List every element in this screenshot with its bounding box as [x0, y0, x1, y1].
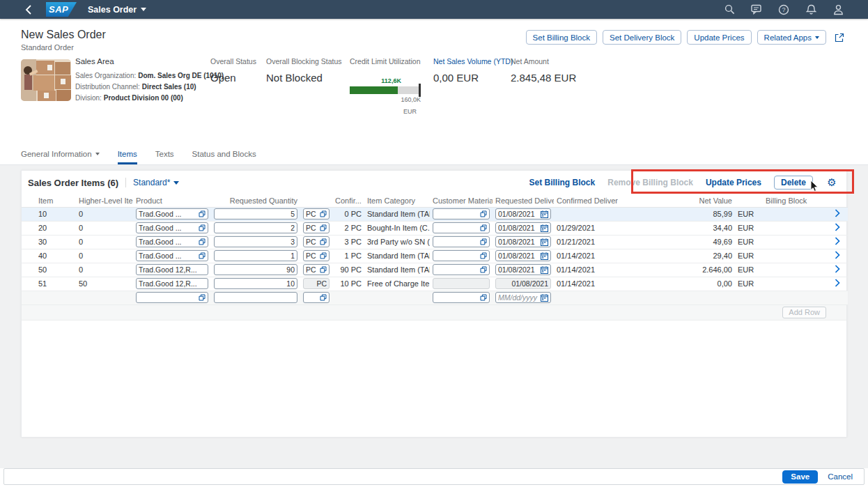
customer-material-input[interactable] — [433, 208, 490, 219]
value-help-icon[interactable] — [199, 224, 206, 231]
value-help-icon[interactable] — [480, 210, 487, 217]
row-navigation-icon[interactable] — [835, 251, 840, 259]
notifications-icon[interactable] — [805, 3, 817, 16]
related-apps-button[interactable]: Related Apps — [757, 30, 826, 45]
search-icon[interactable] — [723, 3, 736, 16]
add-row-button[interactable]: Add Row — [782, 307, 826, 318]
requested-delivery-input[interactable]: 01/08/2021 — [495, 236, 551, 247]
value-help-icon[interactable] — [480, 252, 487, 259]
new-product-input[interactable] — [136, 292, 208, 303]
product-input[interactable]: Trad.Good ... — [136, 236, 208, 247]
value-help-icon[interactable] — [199, 252, 206, 259]
value-help-icon[interactable] — [480, 266, 487, 273]
save-button[interactable]: Save — [782, 470, 818, 484]
product-input[interactable]: Trad.Good ... — [136, 208, 208, 219]
unit-input[interactable]: PC — [303, 208, 330, 219]
value-help-icon[interactable] — [320, 266, 327, 273]
value-help-icon[interactable] — [199, 210, 206, 217]
feedback-icon[interactable] — [750, 3, 763, 16]
row-navigation-icon[interactable] — [835, 223, 840, 231]
net-sales-volume-link[interactable]: Net Sales Volume (YTD) — [433, 57, 513, 65]
set-billing-block-action[interactable]: Set Billing Block — [529, 178, 596, 187]
row-navigation[interactable] — [827, 235, 848, 249]
gear-icon[interactable]: ⚙ — [826, 176, 838, 189]
new-unit-input[interactable] — [303, 292, 330, 303]
help-icon[interactable]: ? — [777, 3, 790, 16]
item-row-10[interactable]: 100Trad.Good ...5PC0 PCStandard Item (TA… — [22, 207, 848, 221]
variant-selector[interactable]: Standard* — [125, 178, 179, 187]
customer-material-input[interactable] — [433, 264, 490, 275]
value-help-icon[interactable] — [320, 238, 327, 245]
requested-quantity-input[interactable]: 10 — [214, 278, 297, 289]
value-help-icon[interactable] — [320, 252, 327, 259]
requested-quantity-input[interactable]: 5 — [214, 208, 297, 219]
row-navigation[interactable] — [827, 263, 848, 277]
customer-material-input[interactable] — [433, 222, 490, 233]
calendar-icon[interactable] — [541, 252, 548, 260]
calendar-icon[interactable] — [541, 294, 548, 302]
value-help-icon[interactable] — [480, 224, 487, 231]
value-help-icon[interactable] — [320, 224, 327, 231]
delete-action[interactable]: Delete — [774, 176, 813, 190]
item-row-51[interactable]: 5150Trad.Good 12,R...10PC10 PCFree of Ch… — [22, 277, 848, 291]
item-row-30[interactable]: 300Trad.Good ...3PC3 PC3rd Party w/o SN … — [22, 235, 848, 249]
tab-status-and-blocks[interactable]: Status and Blocks — [192, 150, 256, 164]
requested-quantity-input[interactable]: 2 — [214, 222, 297, 233]
column-header-confirmed_delivery: Confirmed Deliver... — [554, 194, 618, 207]
open-in-new-icon[interactable] — [832, 30, 847, 45]
requested-quantity-input[interactable]: 90 — [214, 264, 297, 275]
app-title-menu[interactable]: Sales Order — [88, 5, 146, 15]
tab-texts[interactable]: Texts — [155, 150, 174, 164]
product-input[interactable]: Trad.Good ... — [136, 250, 208, 261]
row-navigation[interactable] — [827, 249, 848, 263]
calendar-icon[interactable] — [541, 224, 548, 232]
new-requested-quantity-input[interactable] — [214, 292, 297, 303]
row-navigation[interactable] — [827, 221, 848, 235]
item-row-40[interactable]: 400Trad.Good ...1PC1 PCStandard Item (TA… — [22, 249, 848, 263]
new-customer-material-input[interactable] — [433, 292, 490, 303]
value-help-icon[interactable] — [320, 210, 327, 217]
row-navigation-icon[interactable] — [835, 237, 840, 245]
unit-input[interactable]: PC — [303, 250, 330, 261]
customer-material-input[interactable] — [433, 236, 490, 247]
calendar-icon[interactable] — [541, 210, 548, 218]
value-help-icon[interactable] — [320, 294, 327, 301]
set-billing-block-button[interactable]: Set Billing Block — [526, 30, 597, 45]
cancel-button[interactable]: Cancel — [828, 472, 853, 481]
calendar-icon[interactable] — [541, 238, 548, 246]
row-navigation-icon[interactable] — [835, 265, 840, 273]
update-prices-button[interactable]: Update Prices — [687, 30, 751, 45]
tab-general-information[interactable]: General Information — [21, 150, 100, 164]
product-input[interactable]: Trad.Good ... — [136, 222, 208, 233]
row-navigation[interactable] — [827, 207, 848, 221]
requested-delivery-input[interactable]: 01/08/2021 — [495, 208, 551, 219]
value-help-icon[interactable] — [199, 294, 206, 301]
requested-quantity-input[interactable]: 3 — [214, 236, 297, 247]
requested-delivery-input[interactable]: 01/08/2021 — [495, 250, 551, 261]
value-help-icon[interactable] — [199, 238, 206, 245]
cell-customer_material — [430, 207, 493, 221]
tab-items[interactable]: Items — [118, 150, 137, 164]
back-icon[interactable] — [21, 3, 35, 17]
unit-input[interactable]: PC — [303, 264, 330, 275]
customer-material-input[interactable] — [433, 250, 490, 261]
set-delivery-block-button[interactable]: Set Delivery Block — [603, 30, 681, 45]
row-navigation-icon[interactable] — [835, 279, 840, 287]
value-help-icon[interactable] — [480, 238, 487, 245]
requested-quantity-input[interactable]: 1 — [214, 250, 297, 261]
value-help-icon[interactable] — [480, 294, 487, 301]
product-input[interactable]: Trad.Good 12,R... — [136, 264, 208, 275]
profile-icon[interactable] — [832, 3, 844, 16]
item-row-20[interactable]: 200Trad.Good ...2PC2 PCBought-In Item (C… — [22, 221, 848, 235]
unit-input[interactable]: PC — [303, 222, 330, 233]
product-input[interactable]: Trad.Good 12,R... — [136, 278, 208, 289]
calendar-icon[interactable] — [541, 266, 548, 274]
new-requested-delivery-input[interactable]: MM/dd/yyyy — [495, 292, 551, 303]
requested-delivery-input[interactable]: 01/08/2021 — [495, 264, 551, 275]
item-row-50[interactable]: 500Trad.Good 12,R...90PC90 PCStandard It… — [22, 263, 848, 277]
unit-input[interactable]: PC — [303, 236, 330, 247]
row-navigation-icon[interactable] — [835, 209, 840, 217]
update-prices-action[interactable]: Update Prices — [706, 178, 761, 187]
row-navigation[interactable] — [827, 277, 848, 291]
requested-delivery-input[interactable]: 01/08/2021 — [495, 222, 551, 233]
